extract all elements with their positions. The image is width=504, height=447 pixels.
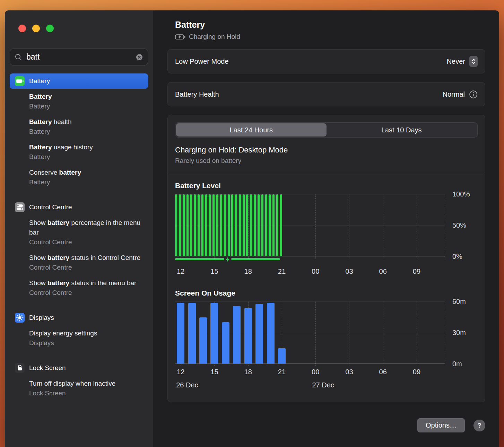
low-power-mode-label: Low Power Mode bbox=[175, 58, 229, 65]
search-result-entry[interactable]: Show battery status in Control CentreCon… bbox=[10, 250, 148, 275]
sidebar-item-label: Lock Screen bbox=[29, 364, 66, 372]
x-tick-label: 15 bbox=[210, 268, 218, 275]
battery-level-bar bbox=[239, 194, 241, 256]
help-button[interactable]: ? bbox=[473, 420, 485, 431]
usage-summary: Charging on Hold: Desktop Mode Rarely us… bbox=[175, 146, 478, 165]
search-input[interactable] bbox=[26, 52, 132, 62]
battery-level-chart: 100%50%0% 1215182100030609 bbox=[175, 194, 478, 277]
displays-icon bbox=[15, 313, 25, 323]
y-tick-label: 60m bbox=[452, 298, 466, 306]
screen-usage-bar bbox=[278, 348, 286, 364]
battery-level-bar bbox=[243, 194, 245, 256]
gridline bbox=[417, 302, 417, 366]
clear-search-icon[interactable] bbox=[135, 53, 144, 61]
x-tick-label: 03 bbox=[345, 268, 353, 275]
battery-level-bar bbox=[198, 194, 200, 256]
popup-chevrons-icon bbox=[469, 56, 478, 67]
result-title: Show battery percentage in the menu bar bbox=[29, 218, 145, 237]
sidebar-item-label: Displays bbox=[29, 314, 54, 322]
search-result-entry[interactable]: Display energy settingsDisplays bbox=[10, 325, 148, 351]
search-result-entry[interactable]: Show battery percentage in the menu barC… bbox=[10, 215, 148, 250]
x-tick-label: 09 bbox=[413, 368, 420, 376]
battery-level-bar bbox=[265, 194, 267, 256]
tab-last-10-days[interactable]: Last 10 Days bbox=[327, 123, 477, 137]
x-tick-label: 18 bbox=[244, 368, 252, 376]
result-subtitle: Battery bbox=[29, 177, 145, 187]
battery-level-heading: Battery Level bbox=[175, 182, 478, 190]
x-tick-label: 18 bbox=[244, 268, 252, 275]
date-label: 26 Dec bbox=[176, 381, 198, 389]
battery-level-bar bbox=[261, 194, 263, 256]
result-subtitle: Battery bbox=[29, 152, 145, 162]
battery-level-bar bbox=[246, 194, 248, 256]
result-title: Conserve battery bbox=[29, 168, 145, 177]
battery-charging-icon bbox=[175, 34, 185, 40]
battery-level-bar bbox=[201, 194, 203, 256]
battery-level-bar bbox=[220, 194, 222, 256]
options-button[interactable]: Options… bbox=[417, 418, 465, 432]
usage-summary-title: Charging on Hold: Desktop Mode bbox=[175, 146, 478, 155]
result-subtitle: Control Centre bbox=[29, 237, 145, 247]
battery-level-bar bbox=[269, 194, 271, 256]
sidebar-item-displays[interactable]: Displays bbox=[10, 310, 148, 325]
y-tick-label: 100% bbox=[452, 190, 470, 198]
screen-usage-bar bbox=[199, 317, 207, 364]
result-subtitle: Lock Screen bbox=[29, 388, 145, 398]
time-range-tabs: Last 24 Hours Last 10 Days bbox=[175, 122, 478, 138]
gridline bbox=[349, 194, 349, 258]
sidebar-item-battery[interactable]: Battery bbox=[10, 73, 148, 89]
y-tick-label: 0m bbox=[452, 360, 462, 368]
charging-bolt-icon bbox=[224, 256, 232, 262]
gridline bbox=[445, 194, 445, 258]
sidebar-item-control-centre[interactable]: Control Centre bbox=[10, 200, 148, 215]
x-tick-label: 12 bbox=[177, 268, 184, 275]
search-result-entry[interactable]: Battery healthBattery bbox=[10, 114, 148, 139]
tab-last-24-hours[interactable]: Last 24 Hours bbox=[176, 123, 327, 137]
x-tick-label: 21 bbox=[278, 268, 286, 275]
result-title: Turn off display when inactive bbox=[29, 379, 145, 388]
result-title: Battery usage history bbox=[29, 142, 145, 152]
search-result-entry[interactable]: Turn off display when inactiveLock Scree… bbox=[10, 376, 148, 401]
minimize-button[interactable] bbox=[32, 25, 40, 32]
x-tick-label: 09 bbox=[413, 268, 420, 275]
search-result-entry[interactable]: Show battery status in the menu barContr… bbox=[10, 275, 148, 300]
result-title: Battery health bbox=[29, 117, 145, 127]
charging-indicator-strip bbox=[175, 256, 445, 263]
battery-level-bar bbox=[254, 194, 256, 256]
search-result-entry[interactable]: Battery usage historyBattery bbox=[10, 139, 148, 165]
gridline bbox=[349, 302, 349, 366]
search-result-entry[interactable]: BatteryBattery bbox=[10, 89, 148, 114]
battery-level-bar bbox=[276, 194, 278, 256]
search-result-entry[interactable]: Conserve batteryBattery bbox=[10, 165, 148, 190]
battery-level-bar bbox=[212, 194, 215, 256]
screen-usage-bar bbox=[255, 304, 263, 363]
screen-usage-bar bbox=[210, 303, 218, 363]
zoom-button[interactable] bbox=[46, 25, 54, 32]
battery-health-label: Battery Health bbox=[175, 90, 219, 98]
sidebar-item-label: Battery bbox=[29, 77, 50, 85]
gridline bbox=[383, 194, 383, 258]
low-power-mode-popup[interactable]: Never bbox=[447, 56, 478, 67]
battery-level-bar bbox=[231, 194, 233, 256]
sidebar-item-lock-screen[interactable]: Lock Screen bbox=[10, 360, 148, 376]
result-subtitle: Control Centre bbox=[29, 263, 145, 272]
gridline bbox=[383, 302, 383, 366]
page-title: Battery bbox=[175, 20, 485, 30]
x-tick-label: 00 bbox=[312, 268, 319, 275]
info-circle-icon[interactable] bbox=[469, 90, 478, 99]
screen-usage-bar bbox=[244, 308, 252, 363]
battery-level-bar bbox=[179, 194, 181, 256]
battery-level-y-axis: 100%50%0% bbox=[448, 194, 478, 256]
battery-level-bar bbox=[190, 194, 192, 256]
screen-usage-bar bbox=[233, 306, 241, 363]
screen-on-usage-x-axis: 1215182100030609 bbox=[175, 368, 445, 378]
gridline bbox=[315, 302, 316, 366]
result-subtitle: Control Centre bbox=[29, 288, 145, 298]
x-tick-label: 06 bbox=[379, 268, 387, 275]
search-field[interactable] bbox=[10, 49, 148, 65]
battery-level-bar bbox=[205, 194, 207, 256]
battery-health-value: Normal bbox=[443, 90, 465, 98]
date-axis: 26 Dec27 Dec bbox=[175, 381, 445, 392]
close-button[interactable] bbox=[18, 25, 26, 32]
battery-level-bar bbox=[228, 194, 230, 256]
